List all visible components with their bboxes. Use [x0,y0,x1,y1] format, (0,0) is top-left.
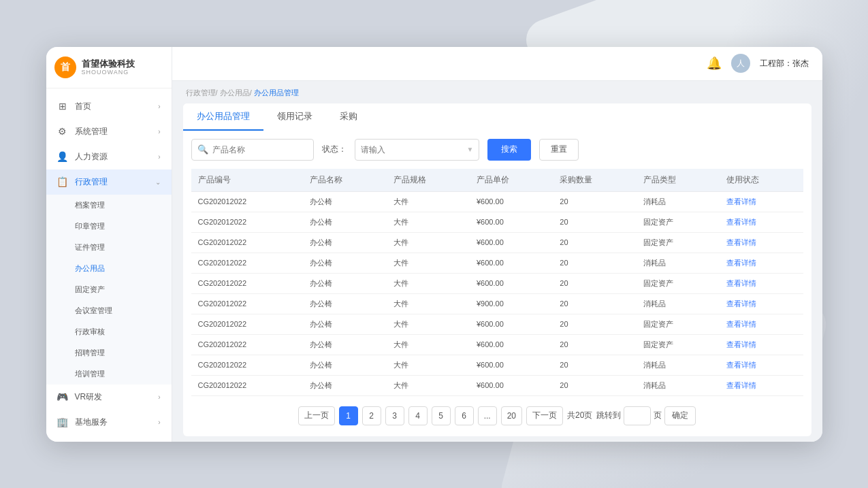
action-cell[interactable]: 查看详情 [720,273,803,293]
action-cell[interactable]: 查看详情 [720,375,803,395]
page-1-button[interactable]: 1 [339,406,358,425]
view-detail-link[interactable]: 查看详情 [726,381,756,389]
sidebar-item-biz[interactable]: 💼 业务开发 › [46,435,172,442]
sidebar-item-vr[interactable]: 🎮 VR研发 › [46,385,172,410]
sidebar-label-admin: 行政管理 [75,176,148,188]
page-6-button[interactable]: 6 [455,406,474,425]
action-cell[interactable]: 查看详情 [720,232,803,253]
sidebar-item-home[interactable]: ⊞ 首页 › [46,94,172,119]
table-cell-1: 办公椅 [303,314,386,334]
table-cell-2: 大件 [387,232,470,253]
sidebar-item-files[interactable]: 档案管理 [46,195,172,216]
table-cell-1: 办公椅 [303,293,386,314]
view-detail-link[interactable]: 查看详情 [726,340,756,348]
table-cell-3: ¥600.00 [470,273,553,293]
sidebar-item-hr[interactable]: 👤 人力资源 › [46,144,172,169]
col-header-id: 产品编号 [191,169,304,192]
chevron-right-icon: › [158,128,160,135]
status-input[interactable] [361,145,463,154]
view-detail-link[interactable]: 查看详情 [726,259,756,267]
table-cell-5: 消耗品 [637,191,720,212]
page-3-button[interactable]: 3 [385,406,404,425]
table-cell-3: ¥600.00 [470,191,553,212]
view-detail-link[interactable]: 查看详情 [726,361,756,369]
admin-icon: 📋 [57,176,68,187]
table-cell-5: 消耗品 [637,375,720,395]
home-icon: ⊞ [57,101,68,112]
status-label: 状态： [322,144,347,155]
sidebar-label-hr: 人力资源 [75,151,152,163]
page-5-button[interactable]: 5 [432,406,451,425]
view-detail-link[interactable]: 查看详情 [726,238,756,246]
chevron-right-icon: › [158,393,160,401]
notification-bell-icon[interactable]: 🔔 [707,56,722,71]
action-cell[interactable]: 查看详情 [720,253,803,273]
table-cell-0: CG202012022 [191,232,304,253]
table-cell-5: 固定资产 [637,334,720,355]
table-cell-2: 大件 [387,314,470,334]
sidebar-item-review[interactable]: 行政审核 [46,321,172,342]
table-cell-3: ¥600.00 [470,232,553,253]
table-row: CG202012022办公椅大件¥600.0020消耗品查看详情 [191,253,803,273]
breadcrumb: 行政管理/ 办公用品/ 办公用品管理 [172,81,822,98]
view-detail-link[interactable]: 查看详情 [726,299,756,308]
pagination: 上一页 1 2 3 4 5 6 ... 20 下一页 共20页 跳转到 页 确定 [191,400,803,428]
table-cell-4: 20 [553,314,636,334]
sidebar-item-system[interactable]: ⚙ 系统管理 › [46,119,172,144]
page-jump-input[interactable] [624,406,651,425]
vr-icon: 🎮 [57,391,68,402]
action-cell[interactable]: 查看详情 [720,355,803,375]
table-cell-0: CG202012022 [191,253,304,273]
sidebar-item-cert[interactable]: 证件管理 [46,237,172,258]
sidebar-item-base[interactable]: 🏢 基地服务 › [46,410,172,435]
action-cell[interactable]: 查看详情 [720,191,803,212]
table-cell-1: 办公椅 [303,212,386,232]
breadcrumb-admin[interactable]: 行政管理/ [186,88,220,97]
tab-office-supply[interactable]: 办公用品管理 [183,103,263,131]
table-header: 产品编号 产品名称 产品规格 产品单价 采购数量 产品类型 使用状态 [191,169,803,192]
page-confirm-button[interactable]: 确定 [664,406,696,425]
breadcrumb-office[interactable]: 办公用品/ [220,88,254,97]
sidebar-item-office[interactable]: 办公用品 [46,258,172,279]
next-page-button[interactable]: 下一页 [526,406,563,425]
table-cell-5: 固定资产 [637,212,720,232]
reset-button[interactable]: 重置 [539,139,579,161]
page-2-button[interactable]: 2 [362,406,381,425]
col-header-status: 使用状态 [720,169,803,192]
action-cell[interactable]: 查看详情 [720,334,803,355]
sidebar-item-admin[interactable]: 📋 行政管理 ⌄ [46,169,172,195]
page-ellipsis[interactable]: ... [478,406,497,425]
table-cell-0: CG202012022 [191,314,304,334]
action-cell[interactable]: 查看详情 [720,212,803,232]
table-cell-2: 大件 [387,191,470,212]
view-detail-link[interactable]: 查看详情 [726,218,756,226]
col-header-qty: 采购数量 [553,169,636,192]
table-row: CG202012022办公椅大件¥600.0020消耗品查看详情 [191,375,803,395]
search-input[interactable] [212,145,308,154]
user-info: 工程部：张杰 [760,58,809,69]
view-detail-link[interactable]: 查看详情 [726,320,756,328]
page-20-button[interactable]: 20 [501,406,522,425]
table-cell-2: 大件 [387,212,470,232]
action-cell[interactable]: 查看详情 [720,314,803,334]
tab-claim[interactable]: 领用记录 [263,103,326,131]
sidebar-item-seal[interactable]: 印章管理 [46,216,172,237]
sidebar-item-meeting[interactable]: 会议室管理 [46,300,172,321]
page-4-button[interactable]: 4 [408,406,428,425]
sidebar-item-asset[interactable]: 固定资产 [46,279,172,300]
tab-purchase[interactable]: 采购 [326,103,371,131]
sidebar-item-train[interactable]: 培训管理 [46,363,172,385]
prev-page-button[interactable]: 上一页 [298,406,335,425]
logo-sub: SHOUOWANG [82,69,135,76]
breadcrumb-current: 办公用品管理 [254,88,299,97]
view-detail-link[interactable]: 查看详情 [726,279,756,287]
table-cell-0: CG202012022 [191,212,304,232]
table-cell-4: 20 [553,355,636,375]
view-detail-link[interactable]: 查看详情 [726,197,756,206]
action-cell[interactable]: 查看详情 [720,293,803,314]
search-button[interactable]: 搜索 [487,139,531,161]
table-body: CG202012022办公椅大件¥600.0020消耗品查看详情CG202012… [191,191,803,400]
hr-icon: 👤 [57,151,68,162]
table-cell-2: 大件 [387,273,470,293]
sidebar-item-recruit[interactable]: 招聘管理 [46,342,172,363]
